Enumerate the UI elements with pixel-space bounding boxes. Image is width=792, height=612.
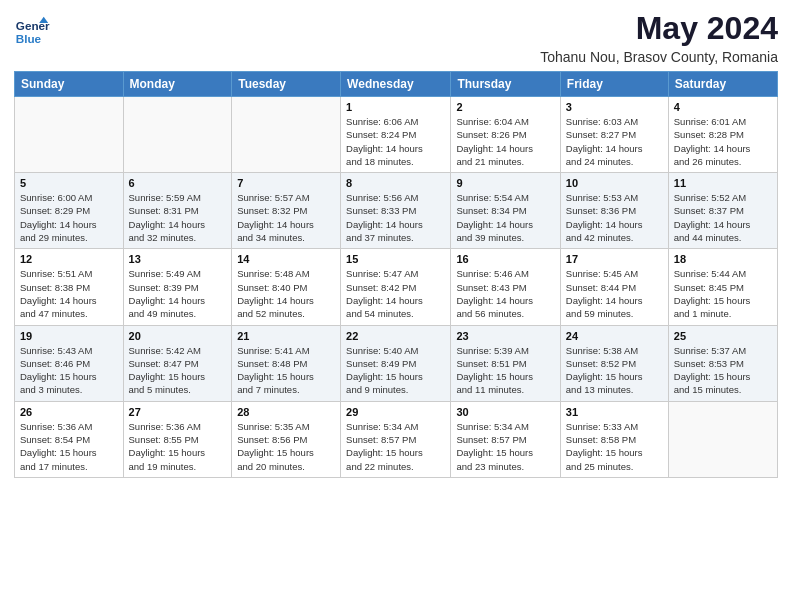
table-row: 16Sunrise: 5:46 AM Sunset: 8:43 PM Dayli… (451, 249, 560, 325)
table-row: 25Sunrise: 5:37 AM Sunset: 8:53 PM Dayli… (668, 325, 777, 401)
day-info: Sunrise: 5:54 AM Sunset: 8:34 PM Dayligh… (456, 191, 554, 244)
table-row: 14Sunrise: 5:48 AM Sunset: 8:40 PM Dayli… (232, 249, 341, 325)
table-row: 8Sunrise: 5:56 AM Sunset: 8:33 PM Daylig… (341, 173, 451, 249)
day-number: 12 (20, 253, 118, 265)
day-number: 1 (346, 101, 445, 113)
day-info: Sunrise: 5:36 AM Sunset: 8:54 PM Dayligh… (20, 420, 118, 473)
day-number: 4 (674, 101, 772, 113)
logo-icon: General Blue (14, 14, 50, 50)
table-row: 3Sunrise: 6:03 AM Sunset: 8:27 PM Daylig… (560, 97, 668, 173)
day-info: Sunrise: 6:06 AM Sunset: 8:24 PM Dayligh… (346, 115, 445, 168)
day-info: Sunrise: 6:00 AM Sunset: 8:29 PM Dayligh… (20, 191, 118, 244)
table-row: 23Sunrise: 5:39 AM Sunset: 8:51 PM Dayli… (451, 325, 560, 401)
title-block: May 2024 Tohanu Nou, Brasov County, Roma… (540, 10, 778, 65)
day-info: Sunrise: 5:46 AM Sunset: 8:43 PM Dayligh… (456, 267, 554, 320)
day-number: 13 (129, 253, 227, 265)
table-row: 13Sunrise: 5:49 AM Sunset: 8:39 PM Dayli… (123, 249, 232, 325)
table-row: 31Sunrise: 5:33 AM Sunset: 8:58 PM Dayli… (560, 401, 668, 477)
table-row: 19Sunrise: 5:43 AM Sunset: 8:46 PM Dayli… (15, 325, 124, 401)
day-number: 22 (346, 330, 445, 342)
day-info: Sunrise: 6:01 AM Sunset: 8:28 PM Dayligh… (674, 115, 772, 168)
day-info: Sunrise: 5:39 AM Sunset: 8:51 PM Dayligh… (456, 344, 554, 397)
day-number: 31 (566, 406, 663, 418)
table-row: 11Sunrise: 5:52 AM Sunset: 8:37 PM Dayli… (668, 173, 777, 249)
col-tuesday: Tuesday (232, 72, 341, 97)
day-info: Sunrise: 5:40 AM Sunset: 8:49 PM Dayligh… (346, 344, 445, 397)
svg-text:Blue: Blue (16, 32, 42, 45)
day-info: Sunrise: 5:42 AM Sunset: 8:47 PM Dayligh… (129, 344, 227, 397)
col-thursday: Thursday (451, 72, 560, 97)
day-info: Sunrise: 5:47 AM Sunset: 8:42 PM Dayligh… (346, 267, 445, 320)
table-row: 9Sunrise: 5:54 AM Sunset: 8:34 PM Daylig… (451, 173, 560, 249)
table-row: 12Sunrise: 5:51 AM Sunset: 8:38 PM Dayli… (15, 249, 124, 325)
logo: General Blue (14, 14, 50, 50)
day-info: Sunrise: 5:53 AM Sunset: 8:36 PM Dayligh… (566, 191, 663, 244)
table-row: 18Sunrise: 5:44 AM Sunset: 8:45 PM Dayli… (668, 249, 777, 325)
calendar-table: Sunday Monday Tuesday Wednesday Thursday… (14, 71, 778, 478)
calendar-week-row: 12Sunrise: 5:51 AM Sunset: 8:38 PM Dayli… (15, 249, 778, 325)
day-number: 9 (456, 177, 554, 189)
day-info: Sunrise: 5:51 AM Sunset: 8:38 PM Dayligh… (20, 267, 118, 320)
day-info: Sunrise: 5:56 AM Sunset: 8:33 PM Dayligh… (346, 191, 445, 244)
day-number: 16 (456, 253, 554, 265)
table-row: 29Sunrise: 5:34 AM Sunset: 8:57 PM Dayli… (341, 401, 451, 477)
table-row: 28Sunrise: 5:35 AM Sunset: 8:56 PM Dayli… (232, 401, 341, 477)
calendar-week-row: 19Sunrise: 5:43 AM Sunset: 8:46 PM Dayli… (15, 325, 778, 401)
table-row: 17Sunrise: 5:45 AM Sunset: 8:44 PM Dayli… (560, 249, 668, 325)
table-row: 7Sunrise: 5:57 AM Sunset: 8:32 PM Daylig… (232, 173, 341, 249)
day-number: 30 (456, 406, 554, 418)
day-number: 8 (346, 177, 445, 189)
day-info: Sunrise: 5:43 AM Sunset: 8:46 PM Dayligh… (20, 344, 118, 397)
table-row: 10Sunrise: 5:53 AM Sunset: 8:36 PM Dayli… (560, 173, 668, 249)
day-info: Sunrise: 5:33 AM Sunset: 8:58 PM Dayligh… (566, 420, 663, 473)
page: General Blue May 2024 Tohanu Nou, Brasov… (0, 0, 792, 612)
table-row: 21Sunrise: 5:41 AM Sunset: 8:48 PM Dayli… (232, 325, 341, 401)
day-info: Sunrise: 5:59 AM Sunset: 8:31 PM Dayligh… (129, 191, 227, 244)
col-wednesday: Wednesday (341, 72, 451, 97)
table-row (15, 97, 124, 173)
table-row: 24Sunrise: 5:38 AM Sunset: 8:52 PM Dayli… (560, 325, 668, 401)
table-row (232, 97, 341, 173)
day-info: Sunrise: 5:41 AM Sunset: 8:48 PM Dayligh… (237, 344, 335, 397)
col-friday: Friday (560, 72, 668, 97)
day-info: Sunrise: 5:45 AM Sunset: 8:44 PM Dayligh… (566, 267, 663, 320)
day-number: 18 (674, 253, 772, 265)
subtitle: Tohanu Nou, Brasov County, Romania (540, 49, 778, 65)
day-info: Sunrise: 5:57 AM Sunset: 8:32 PM Dayligh… (237, 191, 335, 244)
day-number: 28 (237, 406, 335, 418)
calendar-week-row: 5Sunrise: 6:00 AM Sunset: 8:29 PM Daylig… (15, 173, 778, 249)
calendar-week-row: 1Sunrise: 6:06 AM Sunset: 8:24 PM Daylig… (15, 97, 778, 173)
day-info: Sunrise: 6:04 AM Sunset: 8:26 PM Dayligh… (456, 115, 554, 168)
day-number: 7 (237, 177, 335, 189)
day-info: Sunrise: 5:37 AM Sunset: 8:53 PM Dayligh… (674, 344, 772, 397)
day-info: Sunrise: 5:49 AM Sunset: 8:39 PM Dayligh… (129, 267, 227, 320)
day-info: Sunrise: 6:03 AM Sunset: 8:27 PM Dayligh… (566, 115, 663, 168)
day-number: 2 (456, 101, 554, 113)
table-row: 6Sunrise: 5:59 AM Sunset: 8:31 PM Daylig… (123, 173, 232, 249)
col-saturday: Saturday (668, 72, 777, 97)
col-sunday: Sunday (15, 72, 124, 97)
day-number: 21 (237, 330, 335, 342)
table-row: 4Sunrise: 6:01 AM Sunset: 8:28 PM Daylig… (668, 97, 777, 173)
day-number: 6 (129, 177, 227, 189)
col-monday: Monday (123, 72, 232, 97)
calendar-header-row: Sunday Monday Tuesday Wednesday Thursday… (15, 72, 778, 97)
table-row: 1Sunrise: 6:06 AM Sunset: 8:24 PM Daylig… (341, 97, 451, 173)
header: General Blue May 2024 Tohanu Nou, Brasov… (14, 10, 778, 65)
day-number: 27 (129, 406, 227, 418)
table-row (668, 401, 777, 477)
day-number: 19 (20, 330, 118, 342)
table-row: 22Sunrise: 5:40 AM Sunset: 8:49 PM Dayli… (341, 325, 451, 401)
day-number: 23 (456, 330, 554, 342)
day-number: 14 (237, 253, 335, 265)
day-number: 26 (20, 406, 118, 418)
day-number: 29 (346, 406, 445, 418)
day-number: 24 (566, 330, 663, 342)
day-info: Sunrise: 5:36 AM Sunset: 8:55 PM Dayligh… (129, 420, 227, 473)
table-row: 5Sunrise: 6:00 AM Sunset: 8:29 PM Daylig… (15, 173, 124, 249)
table-row: 2Sunrise: 6:04 AM Sunset: 8:26 PM Daylig… (451, 97, 560, 173)
day-info: Sunrise: 5:34 AM Sunset: 8:57 PM Dayligh… (456, 420, 554, 473)
day-info: Sunrise: 5:52 AM Sunset: 8:37 PM Dayligh… (674, 191, 772, 244)
table-row: 26Sunrise: 5:36 AM Sunset: 8:54 PM Dayli… (15, 401, 124, 477)
day-number: 3 (566, 101, 663, 113)
